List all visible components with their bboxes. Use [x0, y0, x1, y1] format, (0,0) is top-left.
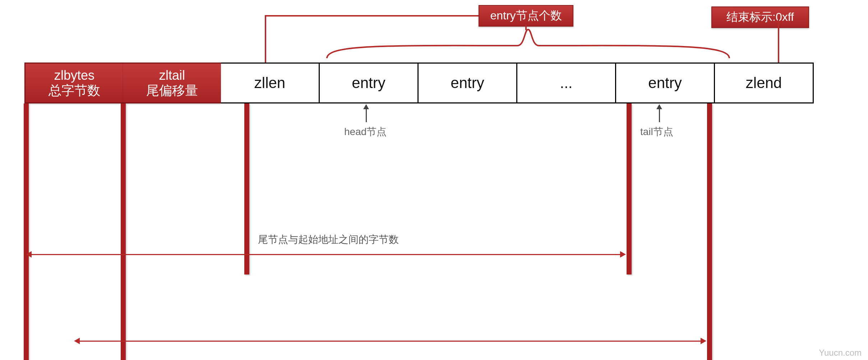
connector-zlend-v — [778, 27, 779, 63]
note-tail-node: tail节点 — [640, 125, 673, 139]
cell-entry-tail: entry — [616, 63, 715, 103]
arrow-up-icon-2 — [656, 104, 662, 109]
arrow-right-icon — [620, 251, 626, 258]
dim-line-total — [79, 341, 705, 342]
connector-entry-zllen-v — [265, 15, 266, 63]
bar-start — [24, 103, 29, 360]
cell-zlend: zlend — [715, 63, 814, 103]
cell-zltail: zltail 尾偏移量 — [123, 63, 221, 103]
arrow-right-icon-2 — [701, 338, 706, 344]
cell-entry-2: entry — [419, 63, 517, 103]
bar-tail-end — [627, 103, 632, 274]
arrow-left-icon — [26, 251, 32, 258]
note-head-node: head节点 — [344, 125, 387, 139]
bar-zltail-start — [121, 103, 126, 360]
cell-zlbytes-line1: zlbytes — [49, 68, 100, 83]
cell-zlbytes: zlbytes 总字节数 — [24, 63, 123, 103]
connector-entry-zllen-h — [265, 15, 479, 17]
connector-brace-pill — [525, 25, 527, 30]
connector-zlend-v2 — [778, 17, 779, 29]
bar-zllen-end — [244, 103, 249, 274]
label-entry-count: entry节点个数 — [479, 5, 573, 27]
curly-brace-icon — [323, 26, 733, 62]
label-end-marker: 结束标示:0xff — [711, 6, 809, 28]
cell-zltail-line1: zltail — [146, 68, 198, 83]
watermark: Yuucn.com — [819, 348, 862, 358]
cell-zllen: zllen — [221, 63, 320, 103]
note-tail-offset: 尾节点与起始地址之间的字节数 — [258, 233, 399, 246]
ziplist-row: zlbytes 总字节数 zltail 尾偏移量 zllen entry ent… — [24, 63, 814, 103]
cell-zlbytes-line2: 总字节数 — [49, 83, 100, 98]
arrow-up-icon — [363, 104, 369, 109]
diagram-stage: { "labels": { "entry_count": "entry节点个数"… — [0, 0, 868, 360]
cell-entry-dots: ... — [517, 63, 616, 103]
dim-line-tail-offset — [31, 254, 624, 255]
bar-end — [707, 103, 712, 360]
cell-entry-head: entry — [320, 63, 419, 103]
cell-zltail-line2: 尾偏移量 — [146, 83, 198, 98]
arrow-left-icon-2 — [74, 338, 80, 344]
